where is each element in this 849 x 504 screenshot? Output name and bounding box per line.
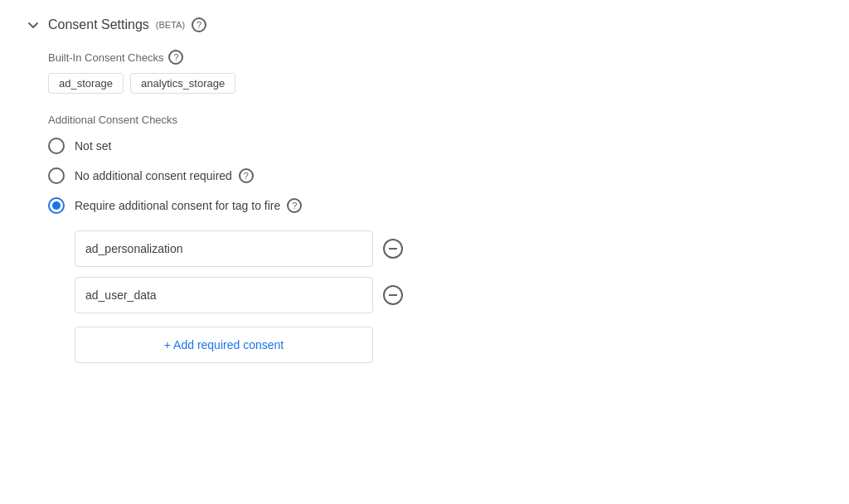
remove-consent-1[interactable]: [383, 285, 403, 305]
chip-analytics-storage: analytics_storage: [130, 73, 235, 94]
radio-circle-no-additional: [48, 167, 65, 184]
remove-consent-0[interactable]: [383, 239, 403, 259]
chip-ad-storage: ad_storage: [48, 73, 124, 94]
section-help-icon[interactable]: ?: [192, 17, 206, 32]
radio-label-require-additional: Require additional consent for tag to fi…: [75, 198, 302, 213]
require-additional-help-icon[interactable]: ?: [287, 198, 302, 213]
radio-no-additional[interactable]: No additional consent required ?: [48, 167, 824, 184]
built-in-label: Built-In Consent Checks ?: [48, 50, 824, 65]
no-additional-help-icon[interactable]: ?: [239, 168, 254, 183]
radio-label-not-set: Not set: [75, 139, 111, 153]
radio-require-additional[interactable]: Require additional consent for tag to fi…: [48, 197, 824, 214]
section-content: Built-In Consent Checks ? ad_storage ana…: [25, 50, 824, 363]
radio-circle-require-additional: [48, 197, 65, 214]
page-container: Consent Settings (BETA) ? Built-In Conse…: [0, 0, 849, 504]
built-in-help-icon[interactable]: ?: [168, 50, 183, 65]
built-in-chips: ad_storage analytics_storage: [48, 73, 824, 94]
consent-inputs-container: + Add required consent: [48, 230, 824, 363]
consent-input-row-0: [75, 230, 824, 267]
radio-group: Not set No additional consent required ?…: [48, 138, 824, 214]
radio-label-no-additional: No additional consent required ?: [75, 168, 254, 183]
beta-badge: (BETA): [156, 20, 185, 30]
consent-input-row-1: [75, 277, 824, 313]
radio-circle-not-set: [48, 138, 65, 154]
consent-input-1[interactable]: [75, 277, 373, 313]
section-header: Consent Settings (BETA) ?: [25, 17, 824, 33]
radio-not-set[interactable]: Not set: [48, 138, 824, 154]
consent-input-0[interactable]: [75, 230, 373, 267]
additional-consent-label: Additional Consent Checks: [48, 114, 824, 126]
chevron-icon[interactable]: [25, 17, 41, 33]
section-title: Consent Settings: [48, 17, 149, 32]
add-consent-button[interactable]: + Add required consent: [75, 327, 373, 363]
